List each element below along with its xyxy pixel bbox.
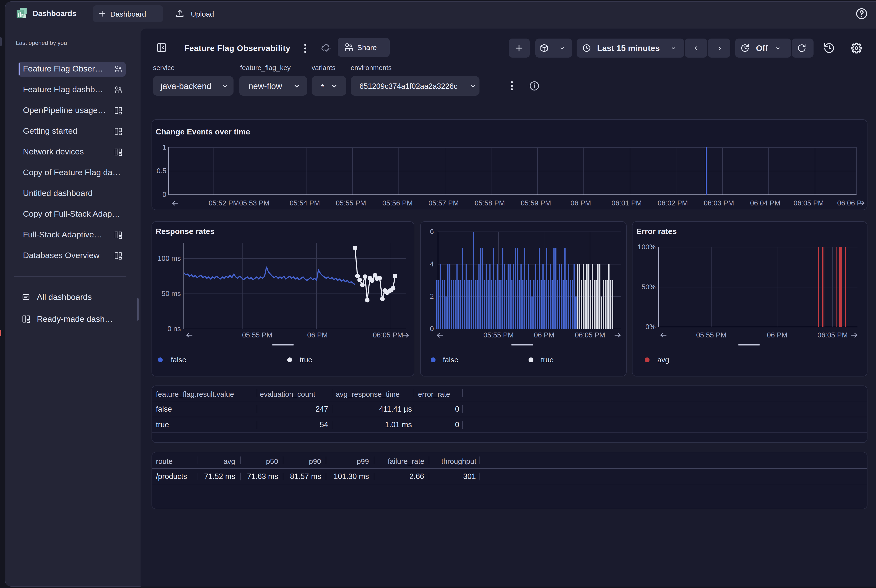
svg-text:6: 6	[430, 228, 434, 236]
svg-text:05:59 PM: 05:59 PM	[521, 199, 551, 207]
svg-text:06:03 PM: 06:03 PM	[704, 199, 734, 207]
svg-text:true: true	[541, 356, 554, 364]
svg-text:06:04 PM: 06:04 PM	[750, 199, 780, 207]
svg-text:05:58 PM: 05:58 PM	[475, 199, 505, 207]
svg-text:05:56 PM: 05:56 PM	[382, 199, 412, 207]
svg-text:0%: 0%	[645, 323, 656, 331]
svg-text:4: 4	[430, 260, 434, 268]
svg-text:05:54 PM: 05:54 PM	[290, 199, 320, 207]
svg-text:05:55 PM: 05:55 PM	[483, 331, 514, 339]
svg-text:05:57 PM: 05:57 PM	[429, 199, 459, 207]
svg-text:false: false	[171, 356, 186, 364]
svg-text:06:05 PM: 06:05 PM	[575, 331, 605, 339]
svg-text:0.5: 0.5	[157, 167, 166, 175]
svg-text:06:01 PM: 06:01 PM	[612, 199, 642, 207]
svg-text:0 ns: 0 ns	[167, 325, 181, 333]
svg-text:05:52 PM: 05:52 PM	[208, 199, 239, 207]
svg-text:100 ms: 100 ms	[158, 255, 181, 262]
svg-text:1: 1	[162, 143, 166, 151]
svg-text:06:02 PM: 06:02 PM	[658, 199, 688, 207]
svg-text:06:06 P: 06:06 P	[837, 199, 862, 207]
svg-text:50 ms: 50 ms	[162, 290, 181, 297]
svg-text:2: 2	[430, 292, 434, 300]
svg-text:06 PM: 06 PM	[534, 331, 554, 339]
svg-text:05:55 PM: 05:55 PM	[336, 199, 366, 207]
svg-text:05:53 PM: 05:53 PM	[239, 199, 269, 207]
svg-text:true: true	[300, 356, 312, 364]
svg-text:06:05 PM: 06:05 PM	[373, 331, 403, 339]
svg-text:50%: 50%	[642, 283, 656, 291]
svg-text:0: 0	[162, 190, 166, 198]
svg-text:06 PM: 06 PM	[307, 331, 328, 339]
svg-text:100%: 100%	[638, 243, 656, 251]
svg-text:05:55 PM: 05:55 PM	[242, 331, 272, 339]
svg-text:06:05 PM: 06:05 PM	[818, 331, 848, 339]
svg-text:avg: avg	[657, 356, 669, 364]
svg-text:0: 0	[430, 325, 434, 333]
svg-text:06:05 PM: 06:05 PM	[794, 199, 824, 207]
svg-text:false: false	[443, 356, 458, 364]
svg-text:06 PM: 06 PM	[570, 199, 591, 207]
svg-text:05:55 PM: 05:55 PM	[696, 331, 726, 339]
svg-text:06 PM: 06 PM	[767, 331, 788, 339]
